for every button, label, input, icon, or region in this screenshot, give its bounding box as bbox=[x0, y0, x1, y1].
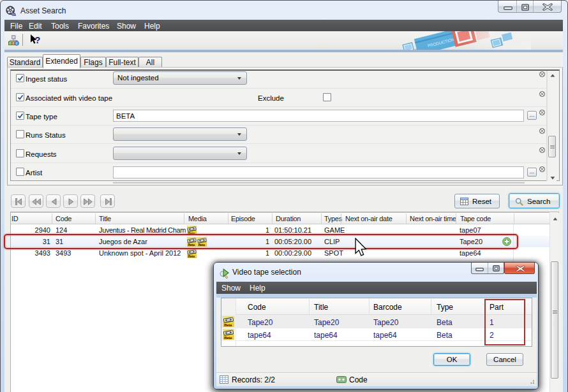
svg-text:?: ? bbox=[35, 35, 41, 45]
svg-text:Beta: Beta bbox=[224, 335, 232, 340]
svg-text:Beta: Beta bbox=[188, 254, 195, 258]
svg-text:Beta: Beta bbox=[224, 323, 232, 327]
